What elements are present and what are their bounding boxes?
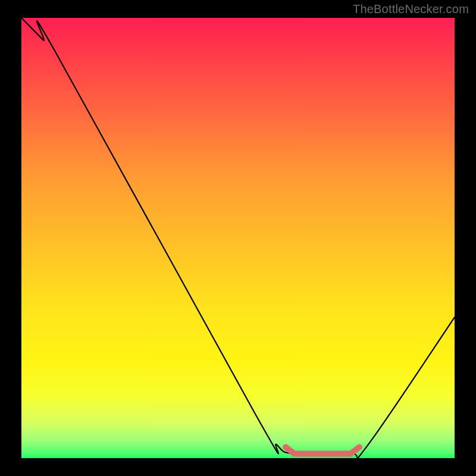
highlight-segment [286,447,359,454]
chart-stage: TheBottleNecker.com [0,0,476,476]
plot-area [21,18,455,458]
bottleneck-curve [21,18,455,458]
watermark-label: TheBottleNecker.com [353,2,469,16]
curve-layer [21,18,455,458]
